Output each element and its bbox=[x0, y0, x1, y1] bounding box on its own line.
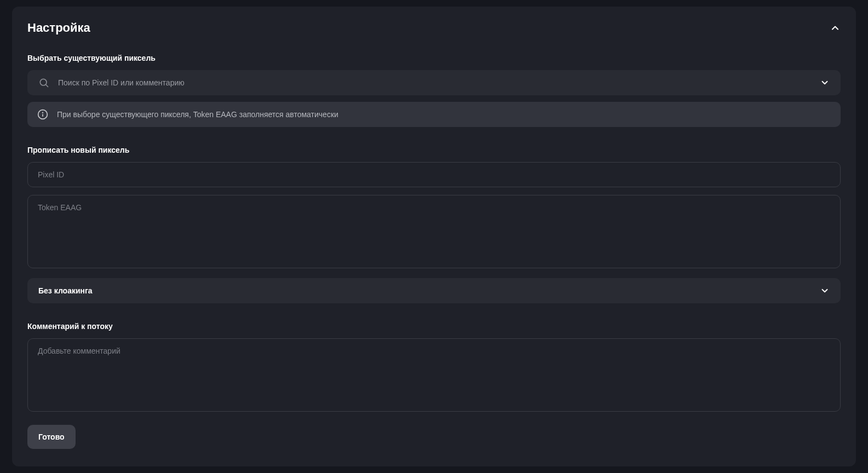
search-icon bbox=[38, 77, 49, 88]
info-icon bbox=[37, 109, 48, 120]
svg-point-4 bbox=[43, 112, 43, 113]
select-pixel-label: Выбрать существующий пиксель bbox=[27, 54, 841, 62]
comment-label: Комментарий к потоку bbox=[27, 322, 841, 331]
panel-header: Настройка bbox=[27, 21, 841, 35]
pixel-search-placeholder: Поиск по Pixel ID или комментарию bbox=[58, 78, 811, 87]
chevron-up-icon[interactable] bbox=[830, 22, 841, 33]
svg-line-1 bbox=[46, 85, 48, 87]
cloaking-value: Без клоакинга bbox=[38, 286, 93, 295]
info-banner: При выборе существующего пикселя, Token … bbox=[27, 102, 841, 127]
panel-title: Настройка bbox=[27, 21, 90, 35]
cloaking-select[interactable]: Без клоакинга bbox=[27, 278, 841, 303]
pixel-id-input[interactable] bbox=[27, 162, 841, 187]
chevron-down-icon bbox=[820, 78, 830, 88]
settings-panel: Настройка Выбрать существующий пиксель П… bbox=[12, 7, 856, 466]
done-button[interactable]: Готово bbox=[27, 425, 76, 449]
comment-input[interactable] bbox=[27, 338, 841, 412]
new-pixel-label: Прописать новый пиксель bbox=[27, 146, 841, 154]
info-text: При выборе существующего пикселя, Token … bbox=[57, 110, 338, 119]
token-eaag-input[interactable] bbox=[27, 195, 841, 268]
chevron-down-icon bbox=[820, 286, 830, 296]
pixel-search-select[interactable]: Поиск по Pixel ID или комментарию bbox=[27, 70, 841, 95]
